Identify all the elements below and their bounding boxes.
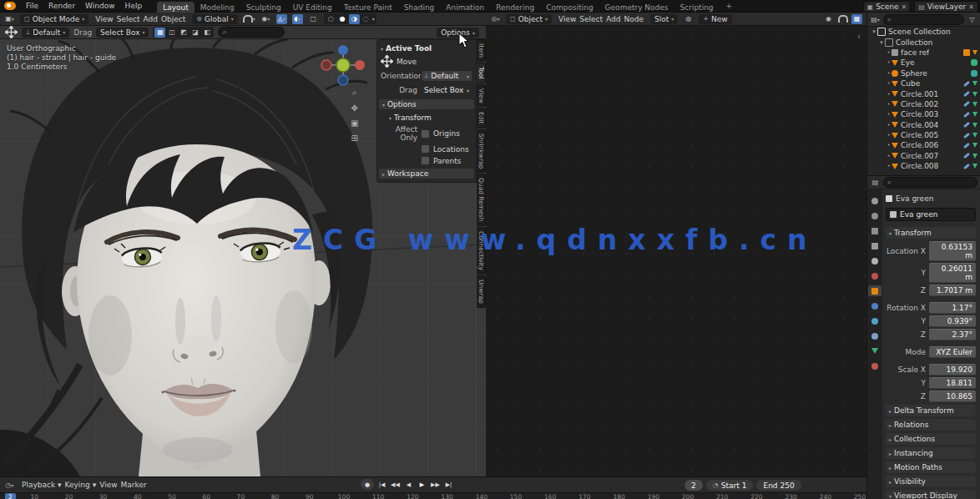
- scene-unlink-icon[interactable]: ✕: [902, 3, 907, 11]
- pin-icon[interactable]: ◉: [823, 14, 834, 24]
- section-relations[interactable]: ▸Relations: [886, 419, 976, 431]
- workspace-tab-modeling[interactable]: Modeling: [194, 2, 240, 13]
- menu-file[interactable]: File: [21, 1, 43, 11]
- properties-tab-render-icon[interactable]: [868, 210, 881, 221]
- disclosure-icon[interactable]: •: [886, 101, 892, 108]
- navigation-gizmo[interactable]: [321, 43, 367, 86]
- outliner-row[interactable]: •face ref: [867, 48, 980, 58]
- properties-tab-tool-icon[interactable]: [868, 195, 881, 206]
- transform-panel-header[interactable]: ▾Transform: [886, 227, 976, 239]
- slot-dropdown[interactable]: Slot▾: [650, 14, 678, 24]
- n-panel-tab-edit[interactable]: Edit: [477, 108, 486, 129]
- shading-wireframe-icon[interactable]: ○: [326, 14, 336, 24]
- play-button[interactable]: ▶: [417, 479, 427, 490]
- snapping-toggle[interactable]: ▾: [243, 14, 255, 24]
- select-set-icon[interactable]: ▦: [154, 28, 165, 38]
- workspace-panel-header[interactable]: ▸Workspace: [379, 169, 474, 179]
- modifier-wrench-icon[interactable]: [963, 91, 970, 97]
- modifier-wrench-icon[interactable]: [963, 164, 970, 169]
- outliner-display-mode-icon[interactable]: ▤▾: [870, 14, 881, 24]
- add-workspace-button[interactable]: +: [721, 1, 738, 11]
- xray-toggle[interactable]: ▢: [308, 14, 319, 24]
- jump-start-button[interactable]: |◀: [376, 479, 387, 490]
- mesh-data-icon[interactable]: [972, 123, 977, 128]
- collapse-region-icon[interactable]: ‹: [857, 32, 861, 41]
- disclosure-icon[interactable]: •: [886, 163, 892, 169]
- blender-logo-icon[interactable]: [4, 2, 16, 10]
- options-panel-header[interactable]: ▾Options: [379, 99, 474, 109]
- transform-value[interactable]: 1.17°: [929, 302, 976, 314]
- texture-icon[interactable]: [963, 49, 970, 56]
- outliner-row[interactable]: •Eye: [867, 58, 980, 68]
- outliner-row[interactable]: •Sphere: [867, 68, 980, 78]
- n-panel-tab-item[interactable]: Item: [477, 39, 486, 62]
- section-delta-transform[interactable]: ▸Delta Transform: [886, 405, 976, 416]
- editor-type-shader-icon[interactable]: ◎▾: [490, 14, 501, 24]
- mesh-data-icon[interactable]: [972, 133, 977, 138]
- properties-tab-world-icon[interactable]: [868, 270, 881, 281]
- timeline-menu-view[interactable]: View: [98, 481, 119, 489]
- transform-value[interactable]: 2.37°: [929, 329, 976, 340]
- properties-tab-data-icon[interactable]: [868, 345, 881, 356]
- properties-tab-scene-icon[interactable]: [868, 255, 881, 266]
- properties-tab-view-layer-icon[interactable]: [868, 240, 881, 251]
- viewport-menu-view[interactable]: View: [93, 15, 114, 23]
- section-collections[interactable]: ▸Collections: [886, 433, 976, 445]
- prev-keyframe-button[interactable]: ◀◀: [390, 479, 401, 490]
- mesh-data-icon[interactable]: [972, 102, 977, 107]
- disclosure-icon[interactable]: •: [886, 142, 892, 149]
- workspace-tab-animation[interactable]: Animation: [440, 2, 490, 13]
- overlays-toggle[interactable]: ◖▾: [292, 14, 303, 24]
- workspace-tab-geometry-nodes[interactable]: Geometry Nodes: [599, 2, 674, 13]
- shading-rendered-icon[interactable]: ◌: [361, 14, 371, 24]
- workspace-tab-uv-editing[interactable]: UV Editing: [287, 2, 338, 13]
- metaball-data-icon[interactable]: [971, 70, 977, 77]
- view-layer-unlink-icon[interactable]: ✕: [968, 3, 974, 11]
- shading-solid-icon[interactable]: ●: [337, 14, 348, 24]
- n-panel-tab-view[interactable]: View: [477, 84, 486, 108]
- mesh-data-icon[interactable]: [972, 154, 977, 159]
- properties-search-input[interactable]: ⌕: [883, 177, 977, 188]
- disclosure-icon[interactable]: ▾: [871, 28, 877, 35]
- new-material-button[interactable]: + New: [699, 14, 731, 24]
- camera-view-icon[interactable]: ▣: [351, 118, 358, 128]
- current-frame-field[interactable]: 2: [684, 480, 703, 491]
- mesh-icon[interactable]: [972, 50, 977, 55]
- outliner-row[interactable]: •Circle.007: [867, 151, 980, 161]
- modifier-wrench-icon[interactable]: [963, 101, 970, 107]
- outliner-filter-icon[interactable]: ▽: [967, 14, 977, 24]
- outliner-row[interactable]: •Circle.005: [867, 130, 980, 140]
- surface-data-icon[interactable]: [971, 59, 977, 66]
- outliner-row[interactable]: •Circle.004: [867, 120, 980, 130]
- n-panel-tab-quad-remesh[interactable]: Quad Remesh: [477, 174, 486, 225]
- scene-selector[interactable]: ▣ Scene ✕: [863, 1, 912, 13]
- transform-value[interactable]: XYZ Euler: [929, 346, 976, 358]
- mesh-data-icon[interactable]: [972, 164, 977, 169]
- viewport-3d[interactable]: User Orthographic (1) hair - strand | ha…: [0, 39, 486, 476]
- workspace-tab-layout[interactable]: Layout: [157, 2, 194, 13]
- view-layer-selector[interactable]: ▤ ViewLayer ✕: [914, 1, 978, 13]
- checkbox-parents[interactable]: [421, 156, 430, 165]
- outliner-row[interactable]: •Circle.002: [867, 99, 980, 109]
- disclosure-icon[interactable]: •: [886, 132, 892, 139]
- timeline-menu-playback[interactable]: Playback ▾: [20, 481, 63, 489]
- outliner-row[interactable]: ▾Scene Collection: [867, 27, 980, 37]
- shading-material-icon[interactable]: ◑: [349, 14, 360, 24]
- editor-type-timeline-icon[interactable]: ◷▾: [4, 480, 15, 490]
- mesh-data-icon[interactable]: [972, 81, 977, 86]
- drag-mode-dropdown[interactable]: Select Box▾: [96, 28, 149, 38]
- transform-value[interactable]: 1.7017 m: [929, 285, 976, 296]
- disclosure-icon[interactable]: ▾: [878, 39, 885, 46]
- object-name-field[interactable]: Eva green: [886, 208, 976, 221]
- modifier-wrench-icon[interactable]: [963, 80, 970, 86]
- disclosure-icon[interactable]: •: [886, 49, 892, 56]
- node-menu-node[interactable]: Node: [623, 15, 646, 23]
- editor-type-viewport-icon[interactable]: ▣▾: [4, 14, 15, 24]
- disclosure-icon[interactable]: •: [886, 59, 892, 66]
- timeline-menu-keying[interactable]: Keying ▾: [63, 481, 99, 489]
- outliner-row[interactable]: •Circle.003: [867, 109, 980, 119]
- perspective-toggle-icon[interactable]: ⊞: [351, 134, 358, 143]
- transform-orientation-dropdown[interactable]: ⊕ Global▾: [192, 14, 237, 24]
- workspace-tab-sculpting[interactable]: Sculpting: [240, 2, 287, 13]
- select-extend-icon[interactable]: ◫: [166, 28, 177, 38]
